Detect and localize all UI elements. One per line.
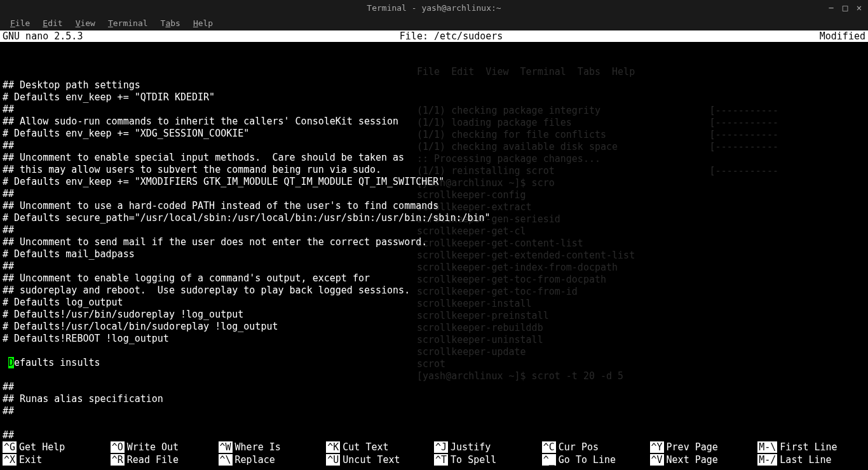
editor-line: ## Uncomment to enable logging of a comm… xyxy=(3,272,865,285)
menu-file[interactable]: File xyxy=(5,17,35,29)
editor-line: # Defaults env_keep += "XDG_SESSION_COOK… xyxy=(3,128,865,140)
editor-line: ## xyxy=(3,429,865,440)
editor-line: ## xyxy=(3,224,865,236)
editor-line: # Defaults!REBOOT !log_output xyxy=(3,333,865,345)
shortcut-first-line[interactable]: M-\ First Line xyxy=(757,441,865,453)
shortcut-where-is[interactable]: ^W Where Is xyxy=(219,441,327,453)
editor-line: ## xyxy=(3,104,865,116)
editor-area[interactable]: File Edit View Terminal Tabs Help (1/1) … xyxy=(0,42,868,440)
editor-line: # Defaults!/usr/bin/sudoreplay !log_outp… xyxy=(3,309,865,321)
shortcut-cut-text[interactable]: ^K Cut Text xyxy=(326,441,434,453)
bg-menubar: File Edit View Terminal Tabs Help xyxy=(417,66,868,78)
editor-line: ## xyxy=(3,405,865,417)
menubar: File Edit View Terminal Tabs Help xyxy=(0,15,868,30)
editor-line: # Defaults env_keep += "XMODIFIERS GTK_I… xyxy=(3,176,865,188)
maximize-button[interactable]: □ xyxy=(840,3,850,13)
nano-status: Modified xyxy=(820,30,865,42)
menu-edit[interactable]: Edit xyxy=(37,17,67,29)
editor-line: ## sudoreplay and reboot. Use sudoreplay… xyxy=(3,285,865,297)
menu-terminal[interactable]: Terminal xyxy=(103,17,153,29)
window-controls: − □ ✕ xyxy=(826,3,864,13)
editor-line: Defaults insults xyxy=(3,357,865,369)
editor-line: ## xyxy=(3,381,865,393)
terminal-window: Terminal - yash@archlinux:~ − □ ✕ File E… xyxy=(0,0,868,470)
editor-line: ## Uncomment to send mail if the user do… xyxy=(3,236,865,248)
editor-line xyxy=(3,417,865,429)
editor-line: ## Allow sudo-run commands to inherit th… xyxy=(3,116,865,128)
editor-line: ## Uncomment to enable special input met… xyxy=(3,152,865,164)
editor-line: # Defaults env_keep += "QTDIR KDEDIR" xyxy=(3,91,865,104)
editor-line: ## Desktop path settings xyxy=(3,79,865,91)
editor-line: # Defaults mail_badpass xyxy=(3,248,865,260)
nano-version: GNU nano 2.5.3 xyxy=(3,30,83,42)
editor-line: ## Uncomment to use a hard-coded PATH in… xyxy=(3,200,865,212)
shortcut-get-help[interactable]: ^G Get Help xyxy=(3,441,111,453)
shortcut-write-out[interactable]: ^O Write Out xyxy=(111,441,219,453)
shortcut-to-spell[interactable]: ^T To Spell xyxy=(434,453,542,466)
editor-line: ## Runas alias specification xyxy=(3,393,865,405)
editor-line: ## xyxy=(3,140,865,152)
shortcut-go-to-line[interactable]: ^_ Go To Line xyxy=(542,453,650,466)
menu-view[interactable]: View xyxy=(71,17,100,29)
editor-line xyxy=(3,369,865,381)
shortcut-prev-page[interactable]: ^Y Prev Page xyxy=(650,441,758,453)
shortcut-exit[interactable]: ^X Exit xyxy=(3,453,111,466)
close-button[interactable]: ✕ xyxy=(854,3,864,13)
shortcut-replace[interactable]: ^\ Replace xyxy=(219,453,327,466)
menu-tabs[interactable]: Tabs xyxy=(156,17,186,29)
titlebar: Terminal - yash@archlinux:~ − □ ✕ xyxy=(0,0,868,15)
shortcut-cur-pos[interactable]: ^C Cur Pos xyxy=(542,441,650,453)
shortcut-last-line[interactable]: M-/ Last Line xyxy=(757,453,865,466)
editor-line: # Defaults!/usr/local/bin/sudoreplay !lo… xyxy=(3,321,865,333)
menu-help[interactable]: Help xyxy=(188,17,218,29)
editor-line: ## this may allow users to subvert the c… xyxy=(3,164,865,176)
nano-header: GNU nano 2.5.3 File: /etc/sudoers Modifi… xyxy=(0,30,868,42)
shortcut-justify[interactable]: ^J Justify xyxy=(434,441,542,453)
shortcut-next-page[interactable]: ^V Next Page xyxy=(650,453,758,466)
editor-line: # Defaults log_output xyxy=(3,297,865,309)
shortcut-read-file[interactable]: ^R Read File xyxy=(111,453,219,466)
editor-line: # Defaults secure_path="/usr/local/sbin:… xyxy=(3,212,865,224)
editor-line: ## xyxy=(3,188,865,200)
minimize-button[interactable]: − xyxy=(826,3,836,13)
nano-filename: File: /etc/sudoers xyxy=(400,30,503,42)
editor-line xyxy=(3,345,865,357)
window-title: Terminal - yash@archlinux:~ xyxy=(367,3,501,13)
shortcut-uncut-text[interactable]: ^U Uncut Text xyxy=(326,453,434,466)
nano-shortcuts: ^G Get Help ^O Write Out ^W Where Is ^K … xyxy=(0,440,868,470)
editor-line: ## xyxy=(3,260,865,272)
